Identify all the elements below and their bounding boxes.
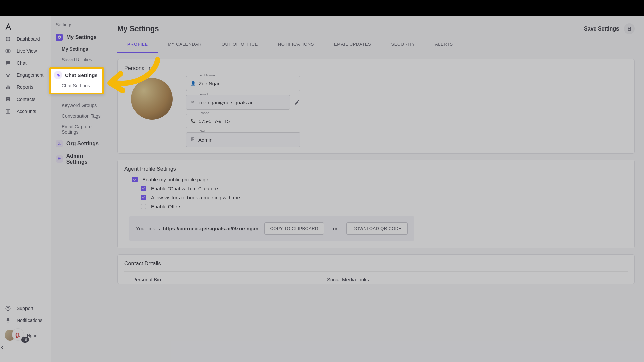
svg-rect-9 xyxy=(8,86,9,89)
full-name-input[interactable] xyxy=(199,81,296,86)
nav-reports[interactable]: Reports xyxy=(0,81,51,93)
svg-rect-8 xyxy=(6,87,7,89)
enable-offers-checkbox[interactable]: Enable Offers xyxy=(141,204,628,209)
phone-input[interactable] xyxy=(199,118,296,124)
nav-chat[interactable]: Chat xyxy=(0,57,51,69)
pencil-icon[interactable] xyxy=(294,99,300,105)
tab-profile[interactable]: PROFILE xyxy=(117,37,158,53)
svg-rect-2 xyxy=(6,40,7,41)
sidebar-item-company-profile[interactable]: Company Profile xyxy=(51,65,110,76)
breadcrumb: Settings xyxy=(51,22,110,31)
nav-label: Support xyxy=(17,306,33,311)
phone-icon: 📞 xyxy=(191,119,195,123)
svg-point-17 xyxy=(60,158,61,159)
save-settings-button[interactable]: Save Settings xyxy=(584,23,635,34)
svg-point-12 xyxy=(7,98,9,100)
nav-notifications[interactable]: Notifications xyxy=(0,314,51,326)
bar-chart-icon xyxy=(5,84,11,90)
tab-email-updates[interactable]: EMAIL UPDATES xyxy=(324,37,381,53)
option-label: Enable Offers xyxy=(151,204,181,209)
sidebar-group-my-settings[interactable]: My Settings xyxy=(51,31,110,44)
full-name-field[interactable]: 👤 xyxy=(186,76,300,91)
nav-label: Dashboard xyxy=(17,36,40,42)
tab-alerts[interactable]: ALERTS xyxy=(425,37,463,53)
enable-public-profile-checkbox[interactable]: Enable my public profile page. xyxy=(132,177,628,182)
agent-profile-card: Agent Profile Settings Enable my public … xyxy=(117,160,635,248)
personal-info-card: Personal Info Full Name 👤 Email xyxy=(117,59,635,154)
option-label: Enable my public profile page. xyxy=(142,177,210,182)
sidebar-group-org-settings[interactable]: Org Settings xyxy=(51,137,110,150)
link-prefix: Your link is: xyxy=(136,226,163,231)
save-icon xyxy=(624,23,635,34)
svg-point-15 xyxy=(59,142,60,143)
checkbox-icon xyxy=(132,177,138,182)
gear-icon xyxy=(56,34,63,41)
branch-icon xyxy=(5,72,11,78)
sidebar-item-my-settings[interactable]: My Settings xyxy=(51,44,110,54)
sidebar-group-admin-settings[interactable]: Admin Settings xyxy=(51,150,110,168)
nav-accounts[interactable]: Accounts xyxy=(0,105,51,117)
card-title: Personal Info xyxy=(124,65,628,71)
card-title: Agent Profile Settings xyxy=(124,166,628,172)
nav-engagement[interactable]: Engagement xyxy=(0,69,51,81)
phone-field[interactable]: 📞 xyxy=(186,114,300,128)
allow-book-meeting-checkbox[interactable]: Allow visitors to book a meeting with me… xyxy=(141,195,628,200)
nav-support[interactable]: Support xyxy=(0,302,51,314)
admin-icon xyxy=(56,155,63,163)
tab-out-of-office[interactable]: OUT OF OFFICE xyxy=(212,37,268,53)
svg-point-16 xyxy=(58,158,60,159)
sidebar-item-email-capture[interactable]: Email Capture Settings xyxy=(51,121,110,137)
user-icon: 👤 xyxy=(191,81,195,86)
card-title: Contact Details xyxy=(124,261,628,267)
profile-avatar[interactable] xyxy=(131,78,173,120)
personal-bio-heading: Personal Bio xyxy=(132,277,300,282)
profile-link-box: Your link is: https://connect.getsignals… xyxy=(129,216,414,241)
bell-icon xyxy=(5,317,11,324)
sidebar-item-conversation-tags[interactable]: Conversation Tags xyxy=(51,111,110,121)
social-links-heading: Social Media Links xyxy=(327,277,369,282)
checkbox-icon xyxy=(141,195,146,200)
briefcase-icon: 🗄 xyxy=(191,137,195,142)
tab-my-calendar[interactable]: MY CALENDAR xyxy=(158,37,212,53)
nav-dashboard[interactable]: Dashboard xyxy=(0,33,51,45)
or-separator: - or - xyxy=(330,226,341,231)
enable-chat-with-me-checkbox[interactable]: Enable "Chat with me" feature. xyxy=(141,186,628,191)
svg-point-6 xyxy=(9,73,10,74)
collapse-sidebar-button[interactable] xyxy=(0,345,51,358)
help-icon xyxy=(5,305,11,312)
chevron-left-icon xyxy=(0,345,47,356)
nav-live-view[interactable]: Live View xyxy=(0,45,51,57)
copy-to-clipboard-button[interactable]: COPY TO CLIPBOARD xyxy=(264,222,324,235)
group-title: Admin Settings xyxy=(66,153,105,165)
tab-security[interactable]: SECURITY xyxy=(381,37,425,53)
role-field: 🗄 xyxy=(186,132,300,147)
left-nav: Dashboard Live View Chat Engagement Repo… xyxy=(0,16,51,362)
contact-details-card: Contact Details Personal Bio Social Medi… xyxy=(117,254,635,284)
sidebar-item-keyword-groups[interactable]: Keyword Groups xyxy=(51,100,110,111)
settings-tabs: PROFILE MY CALENDAR OUT OF OFFICE NOTIFI… xyxy=(117,37,635,53)
nav-label: Accounts xyxy=(17,109,36,114)
grid-icon xyxy=(5,36,11,42)
sidebar-item-saved-replies[interactable]: Saved Replies xyxy=(51,54,110,65)
profile-link: https://connect.getsignals.ai/0/zoe-ngan xyxy=(163,226,258,231)
nav-user[interactable]: g. 16 Ngan xyxy=(0,326,51,345)
app-logo[interactable] xyxy=(0,21,51,33)
nav-label: Chat xyxy=(17,60,27,66)
save-label: Save Settings xyxy=(584,26,619,32)
nav-label: Contacts xyxy=(17,97,35,102)
contact-icon xyxy=(5,96,11,103)
option-label: Enable "Chat with me" feature. xyxy=(151,186,219,191)
nav-label: Notifications xyxy=(17,318,42,323)
download-qr-button[interactable]: DOWNLOAD QR CODE xyxy=(346,222,407,235)
notification-count-badge: 16 xyxy=(21,337,29,343)
nav-contacts[interactable]: Contacts xyxy=(0,93,51,105)
role-input xyxy=(198,137,296,143)
option-label: Allow visitors to book a meeting with me… xyxy=(151,195,241,200)
org-icon xyxy=(56,140,63,147)
svg-rect-1 xyxy=(9,37,10,38)
tab-notifications[interactable]: NOTIFICATIONS xyxy=(268,37,324,53)
nav-label: Reports xyxy=(17,84,33,90)
nav-label: Engagement xyxy=(17,72,43,78)
group-title: My Settings xyxy=(66,34,97,40)
eye-icon xyxy=(5,48,11,54)
